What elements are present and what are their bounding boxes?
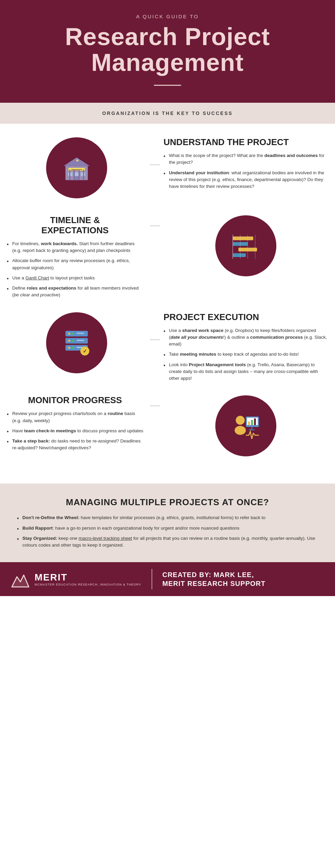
svg-rect-42 — [251, 427, 253, 430]
bottom-title: Managing Multiple Projects at Once? — [17, 497, 318, 508]
header-title: Research Project Management — [20, 24, 315, 75]
footer-divider — [152, 569, 152, 589]
row-1: ★ UNIVERSITY — [7, 137, 328, 205]
section2-bullet-1: For timelines, work backwards. Start fro… — [7, 240, 143, 254]
gantt-icon — [227, 227, 264, 264]
section2-bullet-3: Use a Gantt Chart to layout project task… — [7, 275, 143, 281]
header-divider — [154, 85, 181, 86]
row3-left: ✓ — [7, 312, 150, 380]
section3-bullet-3: Look into Project Management tools (e.g.… — [163, 361, 328, 382]
section3-title: PROJECT EXECUTION — [163, 312, 328, 322]
svg-point-36 — [235, 426, 246, 435]
svg-point-27 — [72, 339, 74, 342]
footer-logo-name: MERIT — [35, 572, 141, 583]
row-2: TIMELINE &EXPECTATIONS For timelines, wo… — [7, 215, 328, 302]
section4-bullet-2: Have team check-in meetings to discuss p… — [7, 428, 143, 434]
svg-rect-40 — [251, 420, 253, 425]
tagline-text: Organization is the Key to Success — [102, 111, 233, 116]
header-subtitle: A Quick Guide to — [20, 14, 315, 19]
section3-bullet-1: Use a shared work space (e.g. Dropbox) t… — [163, 327, 328, 348]
svg-text:★: ★ — [76, 159, 79, 163]
svg-rect-31 — [77, 340, 84, 341]
section1-bullet-2: Understand your institution: what organi… — [163, 170, 328, 190]
svg-rect-8 — [74, 176, 79, 180]
row1-right: UNDERSTAND THE PROJECT What is the scope… — [160, 137, 328, 193]
section2-title: TIMELINE &EXPECTATIONS — [7, 215, 143, 236]
svg-rect-9 — [69, 170, 70, 180]
university-icon-circle: ★ UNIVERSITY — [46, 137, 107, 198]
section2-bullet-4: Define roles and expectations for all te… — [7, 285, 143, 299]
tagline-section: Organization is the Key to Success — [0, 103, 335, 124]
row4-left: MONITOR PROGRESS Review your project pro… — [7, 395, 150, 455]
svg-rect-11 — [79, 170, 80, 180]
tracking-sheet-link: macro-level tracking sheet — [79, 536, 132, 541]
row2-right — [160, 215, 328, 283]
svg-point-26 — [68, 339, 71, 342]
footer-logo: MERIT McMaster Education Research, Innov… — [10, 570, 141, 589]
analytics-icon-circle — [215, 395, 276, 456]
row2-left: TIMELINE &EXPECTATIONS For timelines, wo… — [7, 215, 150, 302]
connector-3 — [150, 312, 160, 340]
svg-rect-41 — [254, 418, 256, 425]
row-3: ✓ PROJECT EXECUTION Use a shared work sp… — [7, 312, 328, 386]
bottom-bullet-2: Build Rapport: have a go-to person in ea… — [17, 525, 318, 532]
section4-bullet-3: Take a step back: do tasks need to be re… — [7, 438, 143, 452]
server-icon-circle: ✓ — [46, 312, 107, 373]
bottom-list: Don't re-Define the Wheel: have template… — [17, 514, 318, 549]
svg-rect-39 — [248, 421, 250, 425]
row3-right: PROJECT EXECUTION Use a shared work spac… — [160, 312, 328, 386]
svg-point-25 — [72, 332, 74, 335]
bottom-bullet-1: Don't re-Define the Wheel: have template… — [17, 514, 318, 521]
merit-logo-icon — [10, 570, 31, 589]
section2-list: For timelines, work backwards. Start fro… — [7, 240, 143, 299]
main-content: ★ UNIVERSITY — [0, 124, 335, 480]
svg-point-28 — [68, 347, 71, 349]
svg-point-35 — [236, 416, 245, 425]
connector-2 — [150, 215, 160, 226]
row-4: MONITOR PROGRESS Review your project pro… — [7, 395, 328, 463]
row1-left: ★ UNIVERSITY — [7, 137, 150, 205]
footer: MERIT McMaster Education Research, Innov… — [0, 562, 335, 596]
svg-point-24 — [68, 332, 71, 335]
svg-rect-6 — [75, 172, 79, 176]
footer-logo-text-block: MERIT McMaster Education Research, Innov… — [35, 572, 141, 586]
section1-bullet-1: What is the scope of the project? What a… — [163, 152, 328, 166]
svg-rect-13 — [233, 237, 254, 240]
svg-text:UNIVERSITY: UNIVERSITY — [71, 169, 82, 171]
connector-1 — [150, 137, 160, 165]
connector-4 — [150, 395, 160, 406]
analytics-icon — [227, 407, 264, 445]
section4-bullet-1: Review your project progress charts/tool… — [7, 410, 143, 424]
svg-rect-30 — [77, 333, 84, 334]
section2-bullet-2: Allocate buffer room for any review proc… — [7, 257, 143, 271]
section3-list: Use a shared work space (e.g. Dropbox) t… — [163, 327, 328, 382]
server-icon: ✓ — [58, 324, 95, 361]
header-section: A Quick Guide to Research Project Manage… — [0, 0, 335, 103]
section1-list: What is the scope of the project? What a… — [163, 152, 328, 190]
section4-title: MONITOR PROGRESS — [7, 395, 143, 406]
bottom-bullet-3: Stay Organized: keep one macro-level tra… — [17, 535, 318, 549]
svg-rect-12 — [83, 170, 84, 180]
footer-logo-subtitle: McMaster Education Research, Innovation … — [35, 583, 141, 586]
svg-rect-10 — [74, 170, 75, 180]
svg-point-29 — [72, 347, 74, 349]
bottom-banner: Managing Multiple Projects at Once? Don'… — [0, 484, 335, 562]
gantt-link: Gantt Chart — [25, 275, 49, 280]
university-icon: ★ UNIVERSITY — [58, 149, 95, 186]
svg-text:✓: ✓ — [83, 348, 87, 354]
section4-list: Review your project progress charts/tool… — [7, 410, 143, 451]
gantt-icon-circle — [215, 215, 276, 276]
section1-title: UNDERSTAND THE PROJECT — [163, 137, 328, 147]
svg-rect-16 — [233, 253, 246, 257]
row4-right — [160, 395, 328, 463]
section3-bullet-2: Take meeting minutes to keep track of ag… — [163, 351, 328, 358]
footer-credit: CREATED BY: MARK LEE,MERIT RESEARCH SUPP… — [162, 570, 265, 588]
svg-rect-43 — [249, 429, 255, 430]
